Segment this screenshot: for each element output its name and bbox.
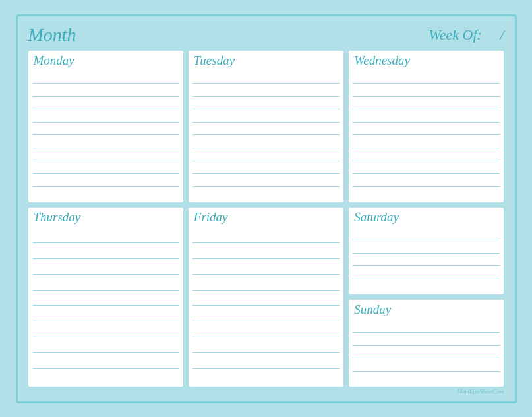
line (32, 353, 179, 369)
line (32, 306, 179, 321)
tuesday-block: Tuesday (189, 51, 343, 202)
line (192, 275, 340, 291)
line (192, 135, 340, 148)
line (32, 135, 179, 148)
line (353, 187, 500, 200)
month-label: Month (28, 24, 76, 45)
line (192, 161, 340, 175)
line (32, 291, 179, 306)
line (353, 174, 500, 187)
line (192, 369, 340, 384)
line (192, 123, 340, 136)
watermark-text: MomLifeAboutCom (28, 388, 504, 395)
line (353, 123, 500, 136)
line (353, 84, 500, 97)
line (192, 353, 340, 369)
line (353, 97, 500, 110)
line (353, 372, 500, 384)
line (32, 123, 179, 136)
line (32, 71, 179, 84)
line (32, 148, 179, 161)
line (353, 266, 500, 279)
friday-lines[interactable] (189, 227, 343, 387)
line (192, 109, 340, 123)
line (192, 97, 340, 110)
line (192, 228, 340, 244)
line (353, 333, 500, 346)
week-of-label: Week Of: / (429, 26, 504, 43)
line (353, 346, 500, 359)
line (32, 337, 179, 353)
line (32, 243, 179, 259)
tuesday-lines[interactable] (189, 70, 343, 202)
line (32, 109, 179, 123)
line (353, 71, 500, 84)
line (192, 71, 340, 84)
wednesday-lines[interactable] (349, 70, 504, 202)
weekly-planner: Month Week Of: / Monday (16, 14, 517, 403)
thursday-label: Thursday (28, 208, 183, 227)
line (192, 174, 340, 187)
line (32, 84, 179, 97)
friday-block: Friday (189, 208, 343, 387)
weekend-column: Saturday Sunday (349, 208, 504, 387)
line (32, 275, 179, 291)
line (192, 259, 340, 275)
line (353, 240, 500, 254)
sunday-block: Sunday (349, 300, 504, 387)
line (32, 97, 179, 110)
line (353, 228, 500, 241)
line (353, 279, 500, 292)
tuesday-label: Tuesday (189, 51, 343, 70)
monday-label: Monday (28, 51, 183, 70)
line (353, 320, 500, 333)
saturday-block: Saturday (349, 208, 504, 294)
thursday-block: Thursday (28, 208, 183, 387)
line (192, 187, 340, 200)
line (32, 369, 179, 384)
wednesday-label: Wednesday (349, 51, 504, 70)
line (192, 243, 340, 259)
days-grid: Monday Tuesday (28, 51, 504, 387)
sunday-lines[interactable] (349, 319, 504, 387)
line (32, 259, 179, 275)
line (192, 148, 340, 161)
line (353, 358, 500, 372)
line (32, 321, 179, 337)
line (353, 254, 500, 267)
line (353, 161, 500, 175)
line (192, 306, 340, 321)
line (192, 337, 340, 353)
line (32, 228, 179, 244)
planner-header: Month Week Of: / (28, 24, 504, 45)
line (192, 321, 340, 337)
line (192, 84, 340, 97)
saturday-label: Saturday (349, 208, 504, 227)
line (32, 161, 179, 175)
sunday-label: Sunday (349, 300, 504, 319)
line (32, 187, 179, 200)
friday-label: Friday (189, 208, 343, 227)
wednesday-block: Wednesday (349, 51, 504, 202)
line (192, 291, 340, 306)
thursday-lines[interactable] (28, 227, 183, 387)
saturday-lines[interactable] (349, 227, 504, 294)
monday-block: Monday (28, 51, 183, 202)
monday-lines[interactable] (28, 70, 183, 202)
line (32, 174, 179, 187)
line (353, 109, 500, 123)
line (353, 135, 500, 148)
line (353, 148, 500, 161)
